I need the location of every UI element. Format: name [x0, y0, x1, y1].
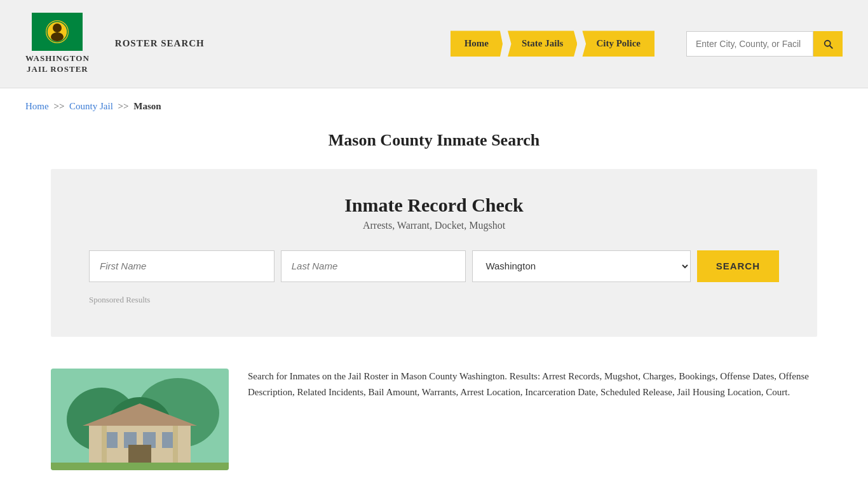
svg-point-3	[51, 32, 64, 41]
description-text: Search for Inmates on the Jail Roster in…	[248, 369, 817, 401]
header-search-area	[686, 31, 843, 57]
breadcrumb-home[interactable]: Home	[25, 101, 49, 111]
record-search-button[interactable]: SEARCH	[697, 250, 779, 282]
svg-rect-18	[51, 463, 229, 470]
record-check-form: AlabamaAlaskaArizonaArkansasCaliforniaCo…	[89, 250, 779, 282]
breadcrumb-county-jail[interactable]: County Jail	[69, 101, 113, 111]
nav-state-jails-btn[interactable]: State Jails	[508, 30, 577, 57]
main-nav: Home State Jails City Police	[451, 30, 654, 57]
search-icon	[822, 38, 834, 50]
breadcrumb-sep-1: >>	[53, 101, 64, 111]
header-search-button[interactable]	[813, 31, 843, 57]
logo-title: WASHINGTON JAIL ROSTER	[25, 53, 90, 75]
svg-point-2	[53, 24, 62, 32]
logo-flag-icon	[32, 13, 83, 51]
nav-home-btn[interactable]: Home	[451, 30, 503, 57]
roster-search-label: ROSTER SEARCH	[115, 38, 205, 49]
jail-building-illustration	[51, 369, 229, 470]
bottom-section: Search for Inmates on the Jail Roster in…	[0, 349, 868, 488]
breadcrumb-current: Mason	[133, 101, 161, 111]
page-title: Mason County Inmate Search	[25, 131, 843, 150]
last-name-input[interactable]	[281, 250, 466, 282]
svg-rect-17	[173, 426, 178, 464]
svg-rect-15	[128, 445, 151, 464]
first-name-input[interactable]	[89, 250, 275, 282]
sponsored-label: Sponsored Results	[89, 295, 779, 305]
breadcrumb: Home >> County Jail >> Mason	[25, 101, 843, 112]
site-header: WASHINGTON JAIL ROSTER ROSTER SEARCH Hom…	[0, 0, 868, 88]
state-select[interactable]: AlabamaAlaskaArizonaArkansasCaliforniaCo…	[472, 250, 690, 282]
breadcrumb-area: Home >> County Jail >> Mason	[0, 88, 868, 118]
header-search-input[interactable]	[686, 31, 813, 57]
breadcrumb-sep-2: >>	[118, 101, 129, 111]
record-check-title: Inmate Record Check	[89, 194, 779, 216]
page-title-area: Mason County Inmate Search	[0, 118, 868, 156]
record-check-subtitle: Arrests, Warrant, Docket, Mugshot	[89, 220, 779, 231]
jail-image	[51, 369, 229, 470]
site-logo[interactable]: WASHINGTON JAIL ROSTER	[25, 13, 90, 75]
record-check-box: Inmate Record Check Arrests, Warrant, Do…	[51, 169, 817, 337]
nav-city-police-btn[interactable]: City Police	[582, 30, 654, 57]
svg-rect-16	[102, 426, 107, 464]
